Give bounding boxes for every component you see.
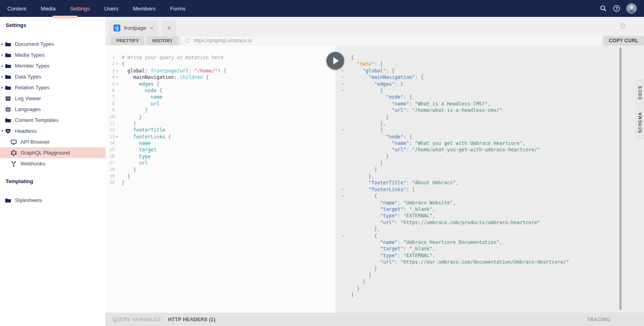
fold-arrow-spacer	[340, 226, 346, 232]
sidebar-item-stylesheets[interactable]: Stylesheets	[0, 195, 105, 206]
playground-toolbar: PRETTIFY HISTORY https://graphql.umbraco…	[105, 36, 644, 45]
sidebar-item-relation-types[interactable]: ▸Relation Types	[0, 82, 105, 93]
code-text: }	[122, 120, 136, 127]
sidebar-item-label: Log Viewer	[15, 95, 41, 101]
fold-arrow-spacer	[340, 153, 346, 160]
query-line: 20}	[105, 180, 335, 186]
help-icon[interactable]: ?	[613, 5, 620, 12]
code-text: "type": "EXTERNAL",	[351, 213, 436, 219]
fold-arrow-spacer	[340, 200, 346, 206]
line-number: 11	[107, 120, 115, 127]
code-text: "data": {	[351, 61, 383, 67]
new-tab-button[interactable]: +	[162, 20, 176, 36]
sidebar-item-languages[interactable]: Languages	[0, 104, 105, 115]
query-editor[interactable]: 1# Write your query or mutation here2▾{3…	[105, 45, 335, 313]
folder-icon	[5, 74, 11, 80]
svg-text:?: ?	[615, 6, 618, 11]
line-number: 12	[107, 127, 115, 133]
response-line: "url": "https://our.umbraco.com/document…	[335, 259, 644, 265]
code-text: "url": "https://umbraco.com/products/umb…	[351, 219, 540, 226]
response-line: "name": "What you get with Umbraco Heart…	[335, 140, 644, 146]
query-line: 8 url	[105, 101, 335, 107]
fold-arrow-icon[interactable]: ▾	[340, 81, 346, 87]
copy-curl-button[interactable]: COPY CURL	[603, 36, 644, 45]
code-text: footerTitle	[122, 127, 165, 133]
nav-item-media[interactable]: Media	[33, 0, 63, 17]
fold-arrow-spacer	[340, 239, 346, 246]
fold-arrow-icon[interactable]: ▾	[115, 81, 120, 87]
response-scrollbar[interactable]	[619, 47, 621, 310]
sidebar-item-webhooks[interactable]: Webhooks	[0, 158, 105, 169]
fold-arrow-spacer	[115, 180, 120, 186]
response-line: "type": "EXTERNAL",	[335, 213, 644, 219]
fold-arrow-icon[interactable]: ▾	[115, 74, 120, 80]
code-text: "node": {	[351, 134, 412, 140]
chevron-right-icon[interactable]: ▸	[0, 86, 5, 89]
line-number: 20	[107, 180, 115, 186]
code-text: "target": "_blank",	[351, 206, 436, 213]
settings-gear-icon[interactable]: ⚙	[619, 21, 626, 31]
fold-arrow-icon[interactable]: ▾	[340, 233, 346, 239]
code-text: node {	[122, 87, 162, 94]
sidebar-item-log-viewer[interactable]: Log Viewer	[0, 93, 105, 104]
sidebar-item-data-types[interactable]: ▸Data Types	[0, 71, 105, 82]
nav-item-users[interactable]: Users	[97, 0, 126, 17]
http-headers-tab[interactable]: HTTP HEADERS (1)	[168, 317, 216, 322]
line-number: 7	[107, 94, 115, 100]
chevron-right-icon[interactable]: ▸	[0, 64, 5, 68]
fold-arrow-spacer	[115, 94, 120, 100]
chevron-right-icon[interactable]: ▸	[0, 42, 5, 46]
query-variables-tab[interactable]: QUERY VARIABLES	[113, 317, 161, 322]
chevron-right-icon[interactable]: ▸	[0, 75, 5, 78]
nav-item-content[interactable]: Content	[0, 0, 33, 17]
fold-arrow-spacer	[340, 107, 346, 113]
avatar[interactable]	[626, 3, 637, 14]
close-tab-icon[interactable]: ✕	[150, 25, 154, 31]
sidebar-item-content-templates[interactable]: Content Templates	[0, 115, 105, 126]
fold-arrow-icon[interactable]: ▾	[115, 134, 120, 140]
fold-arrow-spacer	[340, 219, 346, 226]
sidebar-item-api-browser[interactable]: API Browser	[0, 136, 105, 147]
code-text: }	[351, 160, 383, 166]
tab-frontpage[interactable]: Q frontpage ✕	[109, 20, 159, 36]
line-number: 9	[107, 107, 115, 113]
nav-item-members[interactable]: Members	[126, 0, 163, 17]
prettify-button[interactable]: PRETTIFY	[111, 36, 144, 45]
fold-arrow-icon[interactable]: ▾	[340, 87, 346, 94]
tracing-tab[interactable]: TRACING	[587, 317, 644, 322]
chevron-right-icon[interactable]: ▸	[0, 53, 5, 57]
fold-arrow-icon[interactable]: ▾	[340, 193, 346, 199]
response-line: "type": "EXTERNAL",	[335, 252, 644, 259]
fold-arrow-icon[interactable]: ▾	[340, 68, 346, 74]
folder-icon	[5, 52, 11, 58]
fold-arrow-icon[interactable]: ▾	[115, 61, 120, 67]
fold-arrow-spacer	[115, 87, 120, 94]
nav-item-forms[interactable]: Forms	[163, 0, 192, 17]
sidebar-item-media-types[interactable]: ▸Media Types	[0, 50, 105, 60]
response-line: "target": "_blank",	[335, 206, 644, 213]
sidebar-item-headless[interactable]: ▾Headless	[0, 126, 105, 136]
nav-item-settings[interactable]: Settings	[63, 0, 97, 17]
sidebar-item-graphql-playground[interactable]: GraphQL Playground	[0, 147, 105, 158]
reload-icon[interactable]	[185, 38, 190, 43]
code-text: name	[122, 140, 151, 146]
docs-tab[interactable]: DOCS	[636, 80, 644, 104]
query-line: 17 url	[105, 160, 335, 166]
code-text: name	[122, 94, 162, 100]
sidebar-heading-templating: Templating	[6, 178, 105, 184]
sidebar-item-document-types[interactable]: ▸Document Types	[0, 39, 105, 50]
fold-arrow-icon[interactable]: ▾	[340, 74, 346, 80]
response-line: ▾ "footerLinks": [	[335, 186, 644, 193]
endpoint-input[interactable]: https://graphql.umbraco.io	[181, 36, 602, 45]
code-text: }	[351, 114, 389, 120]
fold-arrow-spacer	[115, 127, 120, 133]
fold-arrow-icon[interactable]: ▾	[115, 68, 120, 74]
chevron-down-icon[interactable]: ▾	[0, 129, 5, 133]
execute-query-button[interactable]	[326, 52, 344, 70]
search-icon[interactable]	[600, 5, 607, 12]
fold-arrow-icon[interactable]: ▾	[340, 186, 346, 193]
fold-arrow-icon[interactable]: ▾	[340, 127, 346, 133]
schema-tab[interactable]: SCHEMA	[636, 107, 644, 138]
history-button[interactable]: HISTORY	[147, 36, 178, 45]
sidebar-item-member-types[interactable]: ▸Member Types	[0, 60, 105, 71]
